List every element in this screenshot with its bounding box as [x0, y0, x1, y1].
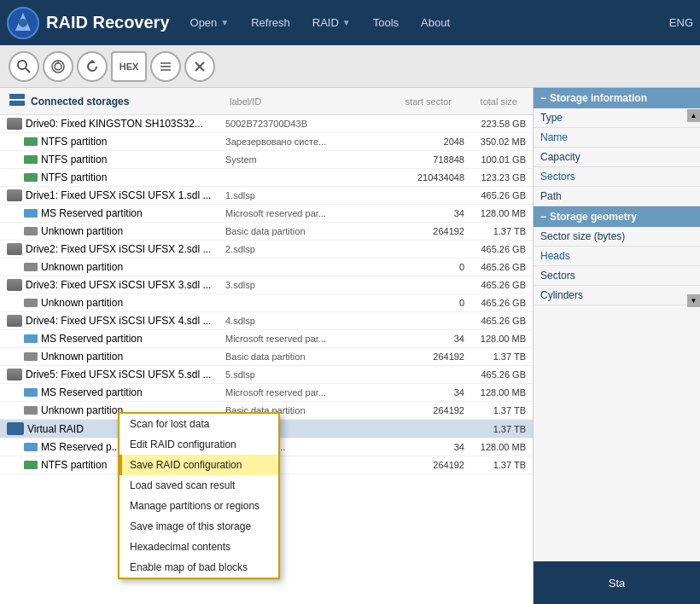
geometry-toggle[interactable]: − — [540, 211, 546, 223]
drive-row-3[interactable]: Drive3: Fixed UFSX iSCSI UFSX 3.sdl ... … — [0, 276, 533, 294]
sta-button[interactable]: Sta — [534, 561, 700, 604]
hex-tool-btn[interactable]: HEX — [111, 51, 147, 82]
storage-header-label: Connected storages — [31, 96, 129, 107]
info-name: Name — [534, 128, 700, 148]
unknown-icon-4 — [24, 352, 38, 361]
storage-panel: Connected storages label/ID start sector… — [0, 88, 534, 604]
search-tool-btn[interactable] — [9, 51, 39, 82]
drive-row-1[interactable]: Drive1: Fixed UFSX iSCSI UFSX 1.sdl ... … — [0, 187, 533, 205]
drive-0-part-2[interactable]: NTFS partition 210434048 123.23 GB — [0, 169, 533, 187]
hdd-icon-5 — [7, 369, 22, 380]
sta-button-container: Sta — [534, 561, 700, 604]
drive-1-part-1[interactable]: Unknown partition Basic data partition 2… — [0, 223, 533, 241]
close-icon — [194, 61, 206, 73]
svg-point-6 — [55, 63, 61, 70]
info-heads: Heads — [534, 247, 700, 266]
svg-line-4 — [26, 68, 30, 73]
ntfs-icon — [24, 137, 38, 146]
menu-about[interactable]: About — [411, 11, 460, 34]
info-capacity: Capacity — [534, 148, 700, 167]
hdd-icon-4 — [7, 315, 22, 327]
drive-row-5[interactable]: Drive5: Fixed UFSX iSCSI UFSX 5.sdl ... … — [0, 366, 533, 384]
storage-geometry-header: − Storage geometry — [534, 206, 700, 227]
mspart-icon-3 — [24, 388, 38, 397]
hex-label: HEX — [120, 61, 139, 72]
raid-arrow: ▼ — [342, 18, 351, 27]
drive-1-part-0[interactable]: MS Reserved partition Microsoft reserved… — [0, 205, 533, 223]
menu-raid[interactable]: RAID ▼ — [302, 11, 361, 34]
storage-info-toggle[interactable]: − — [540, 92, 546, 104]
list-tool-btn[interactable] — [150, 51, 181, 82]
toolbar: HEX — [0, 45, 700, 88]
svg-rect-15 — [9, 101, 25, 106]
mspart-icon — [24, 209, 38, 218]
info-geo-sectors: Sectors — [534, 266, 700, 286]
scrollbar-arrows: ▲ ▼ — [687, 109, 700, 307]
mspart-icon-2 — [24, 334, 38, 343]
svg-point-3 — [18, 61, 26, 69]
hdd-icon-3 — [7, 279, 22, 291]
context-menu: Scan for lost data Edit RAID configurati… — [118, 412, 280, 579]
context-hex-contents[interactable]: Hexadecimal contents — [120, 537, 278, 557]
drive-0-part-1[interactable]: NTFS partition System 718848 100.01 GB — [0, 151, 533, 169]
menu-open[interactable]: Open ▼ — [180, 11, 240, 34]
drive-0-part-0[interactable]: NTFS partition Зарезервовано систе... 20… — [0, 133, 533, 151]
drive-3-part-0[interactable]: Unknown partition 0 465.26 GB — [0, 294, 533, 312]
svg-marker-8 — [89, 60, 96, 63]
context-manage-parts[interactable]: Manage partitions or regions — [120, 496, 278, 516]
drive-4-part-1[interactable]: Unknown partition Basic data partition 2… — [0, 348, 533, 366]
drive-row-0[interactable]: Drive0: Fixed KINGSTON SH103S32... 5002B… — [0, 115, 533, 133]
menu-refresh[interactable]: Refresh — [241, 11, 300, 34]
unknown-icon — [24, 227, 38, 235]
svg-rect-14 — [9, 94, 25, 99]
refresh-icon — [85, 59, 100, 74]
context-load-scan[interactable]: Load saved scan result — [120, 475, 278, 496]
hdd-icon-2 — [7, 243, 22, 255]
info-sector-size: Sector size (bytes) — [534, 227, 700, 247]
info-scroll[interactable]: Type Name Capacity Sectors Path − Storag… — [534, 108, 700, 561]
app-title: RAID Recovery — [46, 13, 170, 32]
scan-tool-btn[interactable] — [43, 51, 73, 82]
drive-2-part-0[interactable]: Unknown partition 0 465.26 GB — [0, 258, 533, 276]
open-arrow: ▼ — [220, 18, 229, 27]
refresh-tool-btn[interactable] — [77, 51, 108, 82]
storage-info-header: − Storage information — [534, 88, 700, 108]
hdd-icon-0 — [7, 118, 22, 130]
unknown-icon-3 — [24, 299, 38, 307]
ntfs-icon-2 — [24, 155, 38, 164]
info-path: Path — [534, 187, 700, 206]
scroll-up[interactable]: ▲ — [687, 109, 700, 122]
storage-header-icon — [9, 93, 26, 109]
context-bad-blocks[interactable]: Enable map of bad blocks — [120, 557, 278, 578]
svg-point-2 — [19, 19, 27, 27]
list-icon — [159, 60, 172, 73]
context-save-image[interactable]: Save image of this storage — [120, 516, 278, 537]
search-icon — [16, 59, 32, 74]
main-content: Connected storages label/ID start sector… — [0, 88, 700, 604]
ntfs-icon-3 — [24, 173, 38, 182]
context-edit-raid[interactable]: Edit RAID configuration — [120, 434, 278, 455]
storage-header: Connected storages label/ID start sector… — [0, 88, 533, 115]
col-size-header: total size — [452, 96, 524, 107]
menu-tools[interactable]: Tools — [363, 11, 409, 34]
language-selector[interactable]: ENG — [669, 16, 693, 29]
scroll-down[interactable]: ▼ — [687, 294, 700, 307]
context-scan-lost[interactable]: Scan for lost data — [120, 414, 278, 434]
drive-row-4[interactable]: Drive4: Fixed UFSX iSCSI UFSX 4.sdl ... … — [0, 312, 533, 330]
drive-row-2[interactable]: Drive2: Fixed UFSX iSCSI UFSX 2.sdl ... … — [0, 241, 533, 258]
hdd-icon-1 — [7, 189, 22, 201]
drive-4-part-0[interactable]: MS Reserved partition Microsoft reserved… — [0, 330, 533, 348]
close-tool-btn[interactable] — [184, 51, 215, 82]
context-save-raid[interactable]: Save RAID configuration — [120, 455, 278, 475]
topbar: RAID Recovery Open ▼ Refresh RAID ▼ Tool… — [0, 0, 700, 45]
info-panel: − Storage information Type Name Capacity… — [534, 88, 700, 604]
drive-0-labelid: 5002B723700D43B — [225, 119, 379, 129]
info-type: Type — [534, 108, 700, 128]
col-labelid-header: label/ID — [221, 96, 366, 107]
mspart-icon-raid — [24, 443, 38, 451]
drive-5-part-0[interactable]: MS Reserved partition Microsoft reserved… — [0, 384, 533, 402]
unknown-icon-2 — [24, 263, 38, 271]
menu-bar: Open ▼ Refresh RAID ▼ Tools About — [180, 11, 666, 34]
info-cylinders: Cylinders — [534, 286, 700, 305]
app-logo: RAID Recovery — [7, 7, 170, 39]
